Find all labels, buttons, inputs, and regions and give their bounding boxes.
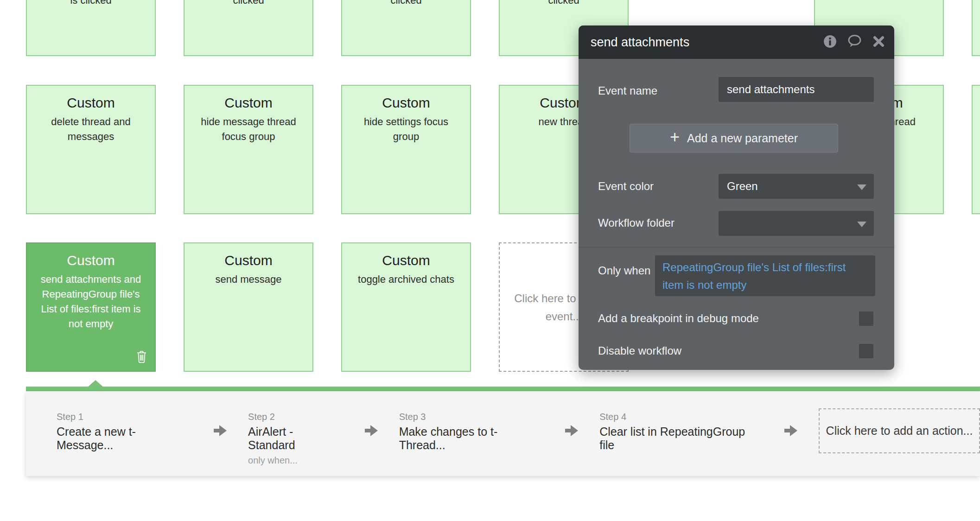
event-card[interactable] <box>972 85 980 214</box>
action-steps-panel: Step 1 Create a new t-Message... Step 2 … <box>26 391 980 476</box>
modal-header-icons <box>823 34 885 50</box>
chevron-down-icon <box>857 222 866 227</box>
arrow-right-icon <box>564 424 579 439</box>
disable-workflow-label: Disable workflow <box>598 344 681 357</box>
steps-row: Step 1 Create a new t-Message... Step 2 … <box>26 391 980 466</box>
step-title: AirAlert - Standard <box>248 425 344 452</box>
event-card-name: toggle archived chats <box>351 272 461 287</box>
event-card-title-fragment: clicked <box>500 0 628 6</box>
event-card[interactable]: Custom toggle archived chats <box>341 242 471 372</box>
event-name-input[interactable]: send attachments <box>719 77 874 102</box>
event-card-title-fragment: clicked <box>185 0 312 6</box>
event-card-name: hide settings focus group <box>351 114 461 144</box>
event-card[interactable]: Custom delete thread and messages <box>26 85 156 214</box>
workflow-folder-label: Workflow folder <box>598 216 675 229</box>
step-title: Make changes to t-Thread... <box>399 425 544 452</box>
event-card[interactable]: Custom hide message thread focus group <box>184 85 313 214</box>
step-title: Clear list in RepeatingGroup file <box>599 425 763 452</box>
step-4[interactable]: Step 4 Clear list in RepeatingGroup file <box>599 412 763 452</box>
event-card-type: Custom <box>185 95 312 111</box>
event-card-selected[interactable]: Custom send attachments and RepeatingGro… <box>26 242 156 372</box>
modal-header[interactable]: send attachments <box>579 25 894 59</box>
step-label: Step 1 <box>57 412 192 422</box>
event-card[interactable] <box>972 0 980 56</box>
event-card-title-fragment: is clicked <box>27 0 155 6</box>
step-1[interactable]: Step 1 Create a new t-Message... <box>57 412 192 452</box>
event-card[interactable]: clicked <box>184 0 313 56</box>
step-3[interactable]: Step 3 Make changes to t-Thread... <box>399 412 544 452</box>
close-icon[interactable] <box>872 35 885 50</box>
event-card-name: hide message thread focus group <box>193 114 304 144</box>
add-action-label: Click here to add an action... <box>826 424 973 438</box>
event-card-name: delete thread and messages <box>36 114 146 144</box>
event-properties-modal: send attachments <box>579 25 894 370</box>
workflow-canvas: is clicked clicked clicked clicked Custo… <box>0 0 980 521</box>
event-card[interactable]: clicked <box>341 0 471 56</box>
event-card[interactable]: is clicked <box>26 0 156 56</box>
section-divider <box>579 247 894 248</box>
event-card-type: Custom <box>342 95 470 111</box>
event-name-label: Event name <box>598 84 657 97</box>
add-parameter-label: Add a new parameter <box>687 132 798 145</box>
event-name-value: send attachments <box>719 77 874 102</box>
only-when-expression-field[interactable]: RepeatingGroup file's List of files:firs… <box>655 255 875 296</box>
add-action-placeholder[interactable]: Click here to add an action... <box>819 408 980 453</box>
breakpoint-checkbox[interactable] <box>859 311 873 326</box>
plus-icon: + <box>670 129 680 146</box>
step-label: Step 3 <box>399 412 544 422</box>
step-label: Step 2 <box>248 412 344 422</box>
comment-bubble-icon[interactable] <box>847 34 862 50</box>
add-parameter-button[interactable]: + Add a new parameter <box>630 124 838 152</box>
info-icon[interactable] <box>823 35 837 50</box>
event-card-type: Custom <box>342 253 470 268</box>
event-card-type: Custom <box>185 253 312 268</box>
step-title: Create a new t-Message... <box>57 425 192 452</box>
event-card[interactable]: Custom hide settings focus group <box>341 85 471 214</box>
arrow-right-icon <box>364 424 379 439</box>
arrow-right-icon <box>213 424 228 439</box>
step-condition: only when... <box>248 455 344 466</box>
event-card-type: Custom <box>27 253 155 268</box>
event-card-type: Custom <box>27 95 155 111</box>
workflow-progress-bar <box>26 387 980 391</box>
arrow-right-icon <box>783 424 798 439</box>
step-2[interactable]: Step 2 AirAlert - Standard only when... <box>248 412 344 466</box>
only-when-label: Only when <box>598 264 650 277</box>
chevron-down-icon <box>857 184 866 190</box>
event-card-name: send message <box>193 272 304 287</box>
event-color-label: Event color <box>598 180 654 193</box>
event-card-title-fragment: clicked <box>342 0 470 6</box>
event-color-dropdown[interactable]: Green <box>719 174 874 199</box>
modal-title: send attachments <box>591 35 823 50</box>
breakpoint-label: Add a breakpoint in debug mode <box>598 312 759 325</box>
event-card[interactable]: Custom send message <box>184 242 313 372</box>
trash-icon[interactable] <box>136 349 147 365</box>
disable-workflow-checkbox[interactable] <box>859 344 873 358</box>
event-color-value: Green <box>719 174 874 199</box>
workflow-folder-dropdown[interactable] <box>719 211 874 236</box>
event-card-name: send attachments and RepeatingGroup file… <box>36 272 146 331</box>
only-when-expression: RepeatingGroup file's List of files:firs… <box>655 255 875 294</box>
selected-event-pointer <box>88 380 103 387</box>
step-label: Step 4 <box>599 412 763 422</box>
